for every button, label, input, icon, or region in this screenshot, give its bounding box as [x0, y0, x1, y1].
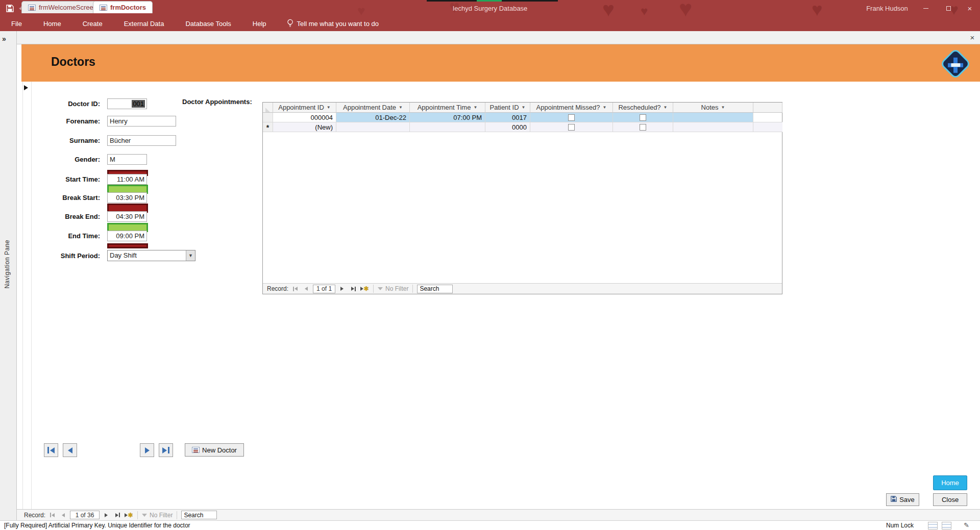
ribbon-tab-file[interactable]: File: [4, 17, 29, 31]
column-dropdown-icon[interactable]: ▼: [664, 105, 668, 110]
account-user-name[interactable]: Frank Hudson: [862, 0, 913, 17]
select-all-corner[interactable]: [263, 103, 273, 113]
next-record-button[interactable]: [102, 511, 111, 519]
surname-field[interactable]: [107, 135, 176, 146]
first-record-button[interactable]: [290, 285, 300, 293]
subform-search-input[interactable]: [417, 285, 453, 293]
shift-period-value: Day Shift: [108, 250, 186, 261]
header-filler: [753, 103, 782, 113]
minimize-button[interactable]: [915, 0, 937, 17]
cell-appointment-time[interactable]: [410, 122, 485, 132]
filter-indicator[interactable]: No Filter: [142, 512, 173, 519]
column-dropdown-icon[interactable]: ▼: [721, 105, 725, 110]
ribbon-tab-external-data[interactable]: External Data: [117, 17, 172, 31]
previous-record-button[interactable]: [302, 285, 311, 293]
cell-notes[interactable]: [673, 113, 753, 122]
column-header-appointment-date[interactable]: Appointment Date▼: [336, 103, 410, 113]
row-selector[interactable]: [263, 113, 273, 122]
break-end-field[interactable]: [107, 211, 147, 222]
lightbulb-icon: [287, 19, 293, 29]
datasheet-header-row: Appointment ID▼ Appointment Date▼ Appoin…: [263, 103, 782, 113]
record-selector-border: [31, 82, 32, 509]
missed-checkbox[interactable]: [568, 114, 575, 121]
column-dropdown-icon[interactable]: ▼: [603, 105, 607, 110]
design-view-icon[interactable]: ✎: [964, 521, 969, 529]
cell-patient-id[interactable]: 0017: [485, 113, 530, 122]
table-row[interactable]: 000004 01-Dec-22 07:00 PM 0017: [263, 113, 782, 122]
end-time-field[interactable]: [107, 231, 147, 241]
tab-frmdoctors[interactable]: frmDoctors: [93, 1, 153, 13]
start-time-field[interactable]: [107, 174, 147, 185]
cell-patient-id[interactable]: 0000: [485, 122, 530, 132]
cell-appointment-id[interactable]: (New): [273, 122, 336, 132]
ribbon-tab-database-tools[interactable]: Database Tools: [178, 17, 238, 31]
tell-me-box[interactable]: Tell me what you want to do: [287, 17, 379, 31]
next-record-button[interactable]: [337, 285, 347, 293]
doctor-id-field[interactable]: 001: [107, 98, 147, 109]
first-doctor-button[interactable]: [44, 443, 58, 457]
gender-field[interactable]: [107, 154, 147, 165]
datasheet-view-icon[interactable]: [942, 522, 951, 529]
previous-record-button[interactable]: [59, 511, 68, 519]
save-button[interactable]: Save: [886, 493, 919, 506]
cell-appointment-date[interactable]: [336, 122, 410, 132]
forename-field[interactable]: [107, 116, 176, 127]
last-record-button[interactable]: [113, 511, 122, 519]
column-header-patient-id[interactable]: Patient ID▼: [485, 103, 530, 113]
form-header-band: [21, 44, 980, 82]
form-view-icon[interactable]: [928, 522, 938, 529]
shift-period-combo[interactable]: Day Shift ▼: [107, 250, 195, 261]
cell-rescheduled: [613, 122, 673, 132]
cell-appointment-id[interactable]: 000004: [273, 113, 336, 122]
close-window-button[interactable]: ×: [960, 0, 980, 17]
expand-navigation-pane-icon[interactable]: »: [2, 35, 14, 45]
page-title: Doctors: [51, 55, 95, 69]
column-dropdown-icon[interactable]: ▼: [399, 105, 403, 110]
last-doctor-button[interactable]: [159, 443, 173, 457]
next-doctor-button[interactable]: [140, 443, 154, 457]
close-document-icon[interactable]: ×: [967, 32, 978, 43]
last-record-button[interactable]: [349, 285, 358, 293]
navigation-pane-label[interactable]: Navigation Pane: [4, 240, 11, 289]
record-search-input[interactable]: [181, 511, 217, 519]
new-record-row[interactable]: * (New) 0000: [263, 122, 782, 132]
missed-checkbox[interactable]: [568, 124, 575, 131]
subform-record-navigator: Record: 1 of 1 ✱ No Filter: [263, 283, 782, 294]
cell-appointment-date[interactable]: 01-Dec-22: [336, 113, 410, 122]
new-doctor-button[interactable]: New Doctor: [185, 443, 244, 457]
first-record-button[interactable]: [47, 511, 57, 519]
column-dropdown-icon[interactable]: ▼: [522, 105, 526, 110]
tab-frmwelcomescreen[interactable]: frmWelcomeScreen: [21, 1, 104, 13]
new-record-button[interactable]: ✱: [124, 511, 133, 519]
rescheduled-checkbox[interactable]: [640, 114, 646, 121]
filter-indicator[interactable]: No Filter: [378, 285, 408, 292]
cell-appointment-missed: [530, 113, 613, 122]
cell-appointment-time[interactable]: 07:00 PM: [410, 113, 485, 122]
divider: [412, 285, 413, 293]
row-filler: [753, 113, 782, 122]
column-dropdown-icon[interactable]: ▼: [473, 105, 477, 110]
break-start-field[interactable]: [107, 192, 147, 203]
column-header-rescheduled[interactable]: Rescheduled?▼: [613, 103, 673, 113]
column-header-appointment-id[interactable]: Appointment ID▼: [273, 103, 336, 113]
combo-dropdown-icon[interactable]: ▼: [186, 250, 195, 261]
ribbon-tab-home[interactable]: Home: [36, 17, 68, 31]
column-header-appointment-missed[interactable]: Appointment Missed?▼: [530, 103, 613, 113]
column-dropdown-icon[interactable]: ▼: [327, 105, 331, 110]
new-record-button[interactable]: ✱: [360, 285, 369, 293]
cell-notes[interactable]: [673, 122, 753, 132]
column-header-notes[interactable]: Notes▼: [673, 103, 753, 113]
window-title: Iechyd Surgery Database: [413, 0, 567, 17]
save-icon[interactable]: [6, 5, 14, 12]
ribbon-tab-create[interactable]: Create: [76, 17, 110, 31]
ribbon-tab-help[interactable]: Help: [246, 17, 274, 31]
restore-button[interactable]: [937, 0, 960, 17]
previous-doctor-button[interactable]: [63, 443, 77, 457]
record-position: 1 of 36: [70, 511, 100, 519]
corner-triangle-icon: [265, 108, 270, 112]
column-header-appointment-time[interactable]: Appointment Time▼: [410, 103, 485, 113]
close-button[interactable]: Close: [933, 493, 967, 506]
rescheduled-checkbox[interactable]: [640, 124, 646, 131]
form-icon: [28, 5, 36, 11]
home-button[interactable]: Home: [933, 475, 967, 490]
